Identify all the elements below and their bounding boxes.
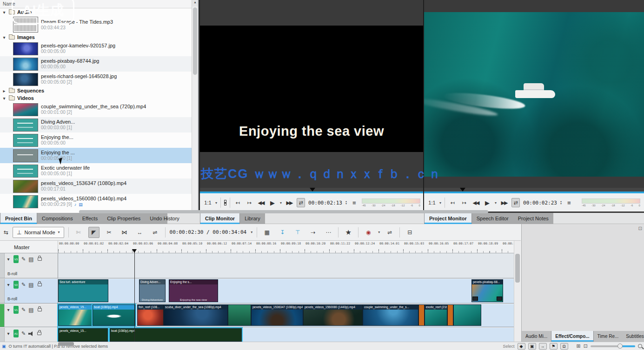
track-target-badge[interactable]: V1 <box>13 306 19 314</box>
dock-tab-effect-compo-[interactable]: Effect/Compo... <box>551 331 593 342</box>
timecode-spinner[interactable]: ▴▾ <box>560 200 562 205</box>
timeline-clip[interactable]: pexels_videos_15... <box>58 304 93 326</box>
track-collapse-icon[interactable]: ▾ <box>6 331 11 336</box>
timeline-clip[interactable] <box>418 304 425 326</box>
razor-tool-icon[interactable]: ✂ <box>104 227 115 238</box>
mark-out-icon[interactable]: ↦ <box>460 198 468 207</box>
tab-compositions[interactable]: Compositions <box>37 213 78 224</box>
track-target-badge[interactable]: A1 <box>13 330 19 337</box>
audio-align-icon[interactable]: ⇌ <box>384 227 395 238</box>
track-target-badge[interactable]: V3 <box>13 255 19 263</box>
track-collapse-icon[interactable]: ▾ <box>6 307 11 312</box>
rewind-icon[interactable]: ◀◀ <box>257 198 265 207</box>
snap-button[interactable]: ⚑ <box>550 343 558 350</box>
chevron-down-icon[interactable]: ▾ <box>251 230 252 234</box>
track-lane-v3[interactable] <box>58 253 514 278</box>
bin-folder-row[interactable]: ▾Images <box>0 33 192 41</box>
track-edit-icon[interactable]: ✎ <box>21 330 26 337</box>
audio-thumbnails-button[interactable]: → <box>539 343 547 350</box>
timeline-clip[interactable]: couple_swimming_under_the_s... <box>363 304 418 326</box>
forward-icon[interactable]: ▶▶ <box>285 198 293 207</box>
ruler-scale[interactable]: 00:00:00:0000:00:01:0200:00:02:0400:00:0… <box>58 241 514 253</box>
timeline-clip[interactable]: Sea turt. adventure <box>58 279 108 302</box>
split-view-icon[interactable]: ⊟ <box>404 227 415 238</box>
track-lock-icon[interactable] <box>38 283 42 286</box>
track-target-zone[interactable] <box>0 304 5 327</box>
tab-project-monitor[interactable]: Project Monitor <box>424 213 472 224</box>
timeline-timecode[interactable]: 00:00:02:30 / 00:00:34:04 <box>170 229 247 235</box>
play-icon[interactable]: ▶ <box>483 198 491 207</box>
dock-tab-subtitles[interactable]: Subtitles <box>622 331 644 342</box>
slip-tool-icon[interactable]: ↔ <box>134 227 146 238</box>
tab-effects[interactable]: Effects <box>78 213 102 224</box>
track-collapse-icon[interactable]: ▾ <box>6 257 11 262</box>
timeline-ruler[interactable]: Master 00:00:00:0000:00:01:0200:00:02:04… <box>0 241 514 253</box>
timeline-clip[interactable]: scuba_diver_under_the_sea (1080p).mp4 <box>164 304 228 326</box>
project-monitor-timecode[interactable]: 00:00:02:23 <box>523 200 557 206</box>
play-menu-chevron-icon[interactable]: ▾ <box>495 201 497 205</box>
project-monitor-playhead-icon[interactable] <box>460 188 465 192</box>
timeline-clip[interactable]: fish_reef (108... <box>137 304 164 326</box>
track-thumbnails-icon[interactable]: ▤ <box>28 307 33 313</box>
mark-out-icon[interactable]: ↦ <box>245 198 253 207</box>
track-thumbnails-icon[interactable]: ▤ <box>28 256 33 263</box>
favorite-effects-icon[interactable]: ★ <box>343 227 354 238</box>
clip-monitor-playhead-icon[interactable] <box>310 188 315 192</box>
timeline-clip[interactable]: pexels_videos_15... <box>58 328 108 342</box>
scroll-up-icon[interactable]: ▴ <box>192 0 198 7</box>
mark-in-icon[interactable]: ↤ <box>233 198 242 207</box>
bin-folder-row[interactable]: ▸Sequences <box>0 87 192 94</box>
track-lane-v2[interactable]: Sea turt. adventureDiving Adven...Diving… <box>58 279 514 303</box>
track-lock-icon[interactable] <box>37 332 41 335</box>
timeline-clip[interactable]: boat (1080p).mp4 <box>110 328 242 342</box>
dock-tab-audio-mi-[interactable]: Audio Mi... <box>522 331 551 342</box>
mixer-icon[interactable]: ▦ <box>261 227 272 238</box>
timeline-hscroll-thumb[interactable] <box>58 342 74 346</box>
bin-clip-row[interactable]: pexels-pixabay-68744.jpg00:00:05:00 <box>0 56 192 72</box>
tab-clip-monitor[interactable]: Clip Monitor <box>200 213 240 224</box>
monitor-zoom-level[interactable]: 1:1 <box>204 198 212 207</box>
bin-clip-row[interactable]: Dream Escape - The Tides.mp300:03:44:23 <box>0 16 192 33</box>
timeline-clip[interactable]: pexels-pixabay-68... <box>471 279 503 302</box>
dock-pin-icon[interactable]: ⊡ <box>638 226 642 231</box>
speaker-icon[interactable] <box>28 331 33 337</box>
mark-in-icon[interactable]: ↤ <box>448 198 457 207</box>
bin-clip-row[interactable]: Exotic underwater life00:00:05:00 [1] <box>0 163 192 178</box>
loop-zone-icon[interactable]: ⇄ <box>511 198 520 207</box>
track-edit-icon[interactable]: ✎ <box>21 307 26 313</box>
loop-button[interactable]: Ω <box>560 343 568 350</box>
video-thumbnails-button[interactable]: ▣ <box>528 343 536 350</box>
more-options-icon[interactable]: ⋯ <box>323 227 334 238</box>
loop-zone-icon[interactable]: ⇄ <box>297 198 305 207</box>
grid-icon[interactable]: ⊞ <box>577 343 581 349</box>
track-edit-icon[interactable]: ✎ <box>21 256 26 262</box>
chevron-down-icon[interactable]: ▾ <box>378 230 380 234</box>
expander-open-icon[interactable]: ▾ <box>2 35 7 40</box>
spacer-tool-icon[interactable]: ⋈ <box>119 227 130 238</box>
tab-speech-editor[interactable]: Speech Editor <box>472 213 513 224</box>
timeline-clip[interactable]: Enjoying the s...Enjoying the sea view <box>169 279 218 302</box>
project-monitor-seek-ruler[interactable] <box>424 188 644 192</box>
track-lane-a1[interactable]: pexels_videos_15...boat (1080p).mp4 <box>58 328 514 342</box>
timeline-clip[interactable]: pexels_videos_1560080 (1440p).mp4 <box>303 304 363 326</box>
tab-undo-history[interactable]: Undo History <box>145 213 184 224</box>
track-lane-v1[interactable]: pexels_videos_15...boat (1080p).mp4fish_… <box>58 304 514 327</box>
track-thumbnails-icon[interactable]: ▤ <box>28 282 33 288</box>
timeline-clip[interactable]: pexels_videos_1536347 (1080p).mp4 <box>251 304 303 326</box>
bin-clip-row[interactable]: pexels_videos_1536347 (1080p).mp400:00:1… <box>0 178 192 194</box>
monitor-menu-icon[interactable]: ≡ <box>350 198 359 207</box>
bin-folder-row[interactable]: ▾Videos <box>0 94 192 102</box>
monitor-menu-icon[interactable]: ≡ <box>565 198 573 207</box>
tab-project-notes[interactable]: Project Notes <box>513 213 553 224</box>
zone-icon[interactable] <box>224 200 226 205</box>
monitor-zoom-level[interactable]: 1:1 <box>428 198 436 207</box>
chevron-down-icon[interactable]: ▾ <box>439 201 441 205</box>
insert-zone-icon[interactable]: ↧ <box>277 227 288 238</box>
dock-tab-time-re-[interactable]: Time Re... <box>594 331 623 342</box>
bin-clip-row[interactable]: pexels-egor-kamelev-920157.jpg00:00:05:0… <box>0 41 192 56</box>
razor-all-tool-icon[interactable]: ✄ <box>73 227 84 238</box>
rewind-icon[interactable]: ◀◀ <box>471 198 480 207</box>
track-edit-icon[interactable]: ✎ <box>21 282 26 288</box>
chevron-down-icon[interactable]: ▾ <box>215 201 217 205</box>
record-icon[interactable]: ◉ <box>363 227 374 238</box>
